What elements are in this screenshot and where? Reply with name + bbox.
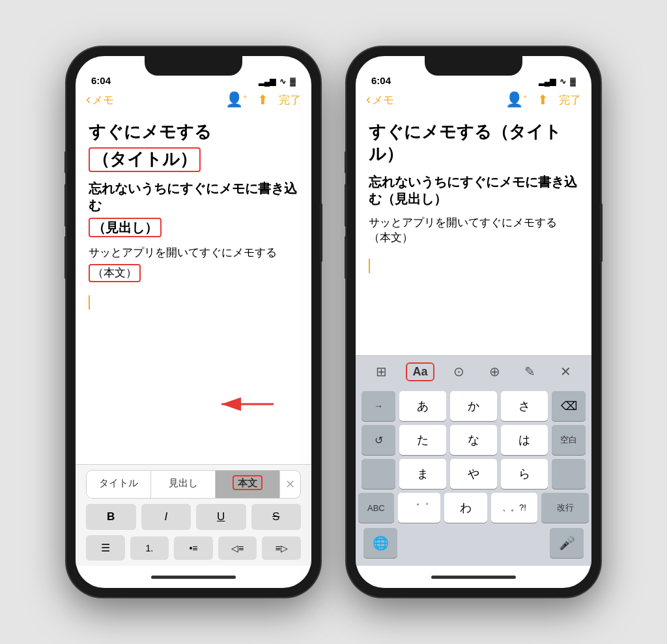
- strikethrough-button-1[interactable]: S: [251, 504, 302, 530]
- body-text-2: サッとアプリを開いてすぐにメモする（本文）: [369, 215, 578, 246]
- home-bar-1: [151, 576, 236, 579]
- signal-icon-1: ▂▄▆: [259, 77, 276, 86]
- done-button-1[interactable]: 完了: [279, 93, 301, 108]
- kb-row-2: ↺ た な は 空白: [358, 425, 589, 455]
- phone-2: 6:04 ▂▄▆ ∿ ▓ ‹ メモ 👤+ ⬆ 完了: [347, 47, 601, 597]
- done-button-2[interactable]: 完了: [559, 93, 581, 108]
- indent-right-button-1[interactable]: ≡▷: [262, 536, 301, 560]
- status-icons-1: ▂▄▆ ∿ ▓: [259, 77, 296, 86]
- kb-ma[interactable]: ま: [399, 459, 446, 489]
- battery-icon-2: ▓: [570, 77, 576, 86]
- list-buttons-row-1: ☰ 1. •≡ ◁≡ ≡▷: [86, 535, 301, 561]
- kb-a[interactable]: あ: [399, 391, 446, 421]
- phone-1-screen: 6:04 ▂▄▆ ∿ ▓ ‹ メモ 👤+ ⬆ 完了: [76, 56, 311, 588]
- cursor-2: [369, 254, 578, 276]
- kb-ya[interactable]: や: [450, 459, 497, 489]
- kb-row-4: ABC ゛゜ わ 、。?! 改行: [358, 493, 589, 523]
- style-tab-heading[interactable]: 見出し: [151, 471, 216, 498]
- back-button-2[interactable]: ‹ メモ: [366, 91, 394, 108]
- keyboard-2: → あ か さ ⌫ ↺ た な は 空白 ま や: [356, 387, 591, 566]
- title-line-1: すぐにメモする （タイトル）: [89, 121, 298, 172]
- title-line-2: すぐにメモする（タイトル）: [369, 121, 578, 166]
- kb-ta[interactable]: た: [399, 425, 446, 455]
- title-box-1: （タイトル）: [89, 147, 201, 172]
- heading-line-2: 忘れないうちにすぐにメモに書き込む（見出し）: [369, 173, 578, 207]
- title-text-1: すぐにメモする: [89, 121, 212, 143]
- table-icon-2[interactable]: ⊞: [371, 361, 392, 382]
- cursor-1: [89, 290, 298, 312]
- kb-dakuten[interactable]: ゛゜: [398, 493, 441, 523]
- style-tab-title[interactable]: タイトル: [87, 471, 151, 498]
- kb-punctuation[interactable]: 、。?!: [491, 493, 537, 523]
- kb-mic[interactable]: 🎤: [550, 528, 584, 558]
- back-label-1: メモ: [92, 93, 114, 108]
- share-icon-2[interactable]: ⬆: [537, 92, 548, 108]
- signal-icon-2: ▂▄▆: [539, 77, 556, 86]
- notch-2: [425, 56, 522, 76]
- heading-text-1: 忘れないうちにすぐにメモに書き込む: [89, 180, 298, 214]
- kb-delete[interactable]: ⌫: [552, 391, 586, 421]
- close-icon-2[interactable]: ✕: [555, 361, 576, 382]
- check-icon-2[interactable]: ⊙: [448, 361, 470, 382]
- kb-space[interactable]: 空白: [552, 425, 586, 455]
- kb-empty-right: [552, 459, 586, 489]
- nav-bar-2: ‹ メモ 👤+ ⬆ 完了: [356, 89, 591, 113]
- kb-sa[interactable]: さ: [501, 391, 548, 421]
- kb-row-3: ま や ら: [358, 459, 589, 489]
- battery-icon-1: ▓: [290, 77, 296, 86]
- plus-icon-2[interactable]: ⊕: [484, 361, 505, 382]
- back-label-2: メモ: [372, 93, 394, 108]
- pencil-icon-2[interactable]: ✎: [519, 361, 541, 382]
- list-button-1[interactable]: ☰: [86, 535, 125, 561]
- content-area-2: すぐにメモする（タイトル） 忘れないうちにすぐにメモに書き込む（見出し） サッと…: [356, 113, 591, 355]
- bullet-list-button-1[interactable]: •≡: [174, 536, 213, 560]
- bold-button-1[interactable]: B: [86, 504, 136, 530]
- kb-ra[interactable]: ら: [501, 459, 548, 489]
- indent-left-button-1[interactable]: ◁≡: [218, 536, 257, 560]
- body-line-2: サッとアプリを開いてすぐにメモする（本文）: [369, 215, 578, 246]
- back-button-1[interactable]: ‹ メモ: [86, 91, 114, 108]
- notch-1: [145, 56, 242, 76]
- add-collab-icon-1[interactable]: 👤+: [225, 91, 247, 108]
- kb-empty-left: [362, 459, 395, 489]
- share-icon-1[interactable]: ⬆: [257, 92, 268, 108]
- numbered-list-button-1[interactable]: 1.: [130, 536, 169, 560]
- chevron-left-icon-2: ‹: [366, 91, 371, 108]
- kb-abc[interactable]: ABC: [358, 493, 394, 523]
- body-line-1: サッとアプリを開いてすぐにメモする （本文）: [89, 245, 298, 283]
- kb-ha[interactable]: は: [501, 425, 548, 455]
- time-2: 6:04: [371, 75, 391, 86]
- main-container: 6:04 ▂▄▆ ∿ ▓ ‹ メモ 👤+ ⬆ 完了: [0, 0, 667, 644]
- status-icons-2: ▂▄▆ ∿ ▓: [539, 77, 576, 86]
- home-indicator-1: [76, 566, 311, 588]
- format-aa-button-2[interactable]: Aa: [406, 362, 434, 381]
- format-close-button-1[interactable]: ✕: [280, 471, 300, 498]
- kb-undo[interactable]: ↺: [362, 425, 395, 455]
- kb-row-5: 🌐 🎤: [358, 525, 589, 562]
- content-area-1: すぐにメモする （タイトル） 忘れないうちにすぐにメモに書き込む （見出し） サ…: [76, 113, 311, 464]
- body-text-1: サッとアプリを開いてすぐにメモする: [89, 245, 277, 261]
- underline-button-1[interactable]: U: [196, 504, 246, 530]
- kb-enter[interactable]: 改行: [541, 493, 589, 523]
- wifi-icon-2: ∿: [560, 77, 566, 86]
- style-tab-body[interactable]: 本文: [216, 471, 280, 498]
- cursor-line-2: [369, 259, 370, 273]
- kb-ka[interactable]: か: [450, 391, 497, 421]
- nav-actions-1: 👤+ ⬆ 完了: [225, 91, 301, 108]
- italic-button-1[interactable]: I: [141, 504, 192, 530]
- kb-na[interactable]: な: [450, 425, 497, 455]
- home-bar-2: [431, 576, 516, 579]
- nav-actions-2: 👤+ ⬆ 完了: [505, 91, 581, 108]
- kb-globe[interactable]: 🌐: [363, 528, 397, 558]
- heading-box-1: （見出し）: [89, 218, 162, 237]
- style-tabs-1: タイトル 見出し 本文 ✕: [86, 470, 301, 499]
- kb-wa[interactable]: わ: [444, 493, 487, 523]
- kb-spacer: [401, 528, 546, 558]
- time-1: 6:04: [91, 75, 111, 86]
- cursor-line-1: [89, 295, 90, 310]
- phone-1: 6:04 ▂▄▆ ∿ ▓ ‹ メモ 👤+ ⬆ 完了: [66, 47, 320, 597]
- add-collab-icon-2[interactable]: 👤+: [505, 91, 527, 108]
- kb-arrow-right[interactable]: →: [362, 391, 395, 421]
- heading-line-1: 忘れないうちにすぐにメモに書き込む （見出し）: [89, 180, 298, 237]
- format-buttons-row-1: B I U S: [86, 504, 301, 530]
